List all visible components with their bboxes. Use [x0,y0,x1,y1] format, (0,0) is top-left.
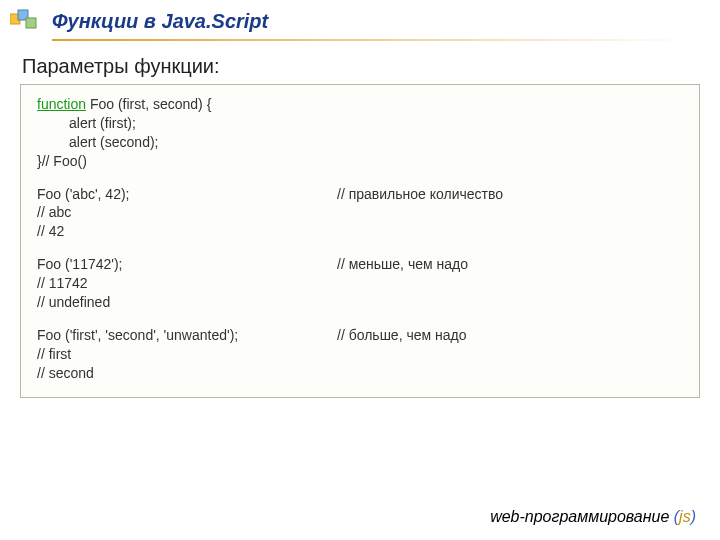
example-2-comment: // меньше, чем надо [337,255,683,274]
example-1-call: Foo ('abc', 42); [37,185,337,204]
example-1-out1: // abc [37,203,683,222]
def-line-3: alert (second); [37,133,683,152]
example-2-out1: // 11742 [37,274,683,293]
slide-header: Функции в Java.Script [0,0,720,37]
example-3-out2: // second [37,364,683,383]
example-3-call: Foo ('first', 'second', 'unwanted'); [37,326,337,345]
def-line-2: alert (first); [37,114,683,133]
logo-icon [10,8,46,32]
footer-js: js [679,508,691,525]
example-3: Foo ('first', 'second', 'unwanted'); // … [37,326,683,345]
footer-main: web-программирование [490,508,674,525]
example-1-comment: // правильное количество [337,185,683,204]
def-line-4: }// Foo() [37,152,683,171]
page-title: Функции в Java.Script [52,10,268,32]
example-2-call: Foo ('11742'); [37,255,337,274]
code-example-box: function Foo (first, second) { alert (fi… [20,84,700,398]
section-subheading: Параметры функции: [22,55,720,78]
example-1: Foo ('abc', 42); // правильное количеств… [37,185,683,204]
example-1-out2: // 42 [37,222,683,241]
def-line-1: Foo (first, second) { [86,96,211,112]
example-3-comment: // больше, чем надо [337,326,683,345]
footer-paren-close: ) [691,508,696,525]
function-definition: function Foo (first, second) { alert (fi… [37,95,683,171]
example-2-out2: // undefined [37,293,683,312]
svg-rect-2 [26,18,36,28]
footer-text: web-программирование (js) [490,508,696,526]
example-3-out1: // first [37,345,683,364]
keyword-function: function [37,96,86,112]
header-divider [52,39,692,41]
example-2: Foo ('11742'); // меньше, чем надо [37,255,683,274]
